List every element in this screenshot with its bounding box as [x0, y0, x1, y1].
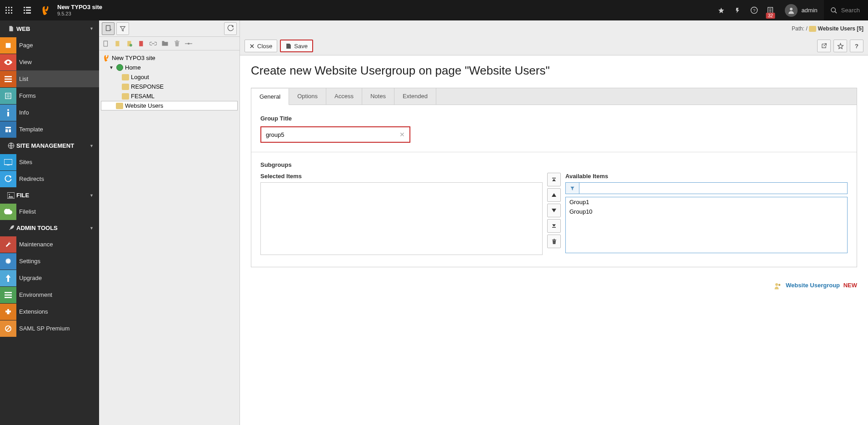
- tree-item-website-users[interactable]: Website Users: [101, 101, 238, 110]
- new-page-type2-icon[interactable]: [125, 40, 134, 48]
- svg-rect-8: [11, 12, 12, 14]
- link-icon[interactable]: [149, 40, 157, 48]
- module-item-upgrade[interactable]: Upgrade: [0, 270, 99, 286]
- global-search[interactable]: Search: [824, 0, 868, 20]
- question-icon: ?: [855, 43, 858, 50]
- module-item-extensions[interactable]: Extensions: [0, 303, 99, 320]
- available-option[interactable]: Group1: [566, 197, 847, 207]
- tree-refresh-button[interactable]: [224, 22, 237, 35]
- new-page-type3-icon[interactable]: [137, 40, 145, 48]
- remove-item-button[interactable]: [547, 235, 561, 248]
- module-item-sites[interactable]: Sites: [0, 154, 99, 170]
- module-item-filelist[interactable]: Filelist: [0, 203, 99, 220]
- svg-rect-10: [26, 7, 31, 8]
- tab-options[interactable]: Options: [289, 88, 326, 105]
- selected-items-listbox[interactable]: [260, 182, 543, 255]
- module-item-saml[interactable]: SAML SP Premium: [0, 320, 99, 337]
- module-item-settings[interactable]: Settings: [0, 253, 99, 270]
- move-down-button[interactable]: [547, 204, 561, 217]
- tree-item[interactable]: RESPONSE: [101, 82, 238, 91]
- template-icon: [0, 121, 16, 138]
- tab-access[interactable]: Access: [326, 88, 362, 105]
- transfer-arrows: [547, 173, 561, 248]
- tree-filter-button[interactable]: [116, 22, 129, 35]
- module-item-info[interactable]: Info: [0, 104, 99, 121]
- svg-rect-30: [7, 96, 10, 97]
- doc-header: Path: / Website Users [5] Close Save: [240, 20, 868, 55]
- search-placeholder: Search: [841, 7, 860, 14]
- page-tree-panel: + New TYPO3 site: [99, 20, 240, 425]
- user-menu[interactable]: admin: [778, 4, 823, 17]
- tree-item[interactable]: Logout: [101, 72, 238, 82]
- filter-icon[interactable]: [565, 182, 579, 194]
- clear-input-icon[interactable]: ✕: [398, 131, 407, 138]
- svg-text:+: +: [110, 28, 111, 32]
- bookmark-icon[interactable]: [713, 0, 729, 20]
- tab-general[interactable]: General: [251, 89, 289, 105]
- move-up-button[interactable]: [547, 188, 561, 202]
- open-new-window-button[interactable]: [817, 40, 831, 52]
- tree-home[interactable]: ▼ Home: [101, 63, 238, 72]
- new-page-type1-icon[interactable]: [114, 40, 122, 48]
- module-item-maintenance[interactable]: Maintenance: [0, 236, 99, 253]
- modules-grid-icon[interactable]: [0, 0, 18, 20]
- page-tree-action-toolbar: [99, 37, 239, 50]
- module-section-site-management[interactable]: SITE MANAGEMENT ▼: [0, 138, 99, 154]
- svg-text:?: ?: [753, 8, 756, 13]
- divider-icon[interactable]: [185, 40, 193, 48]
- help-icon[interactable]: ?: [746, 0, 762, 20]
- bookmark-button[interactable]: [833, 40, 847, 52]
- module-item-template[interactable]: Template: [0, 121, 99, 138]
- modules-list-icon[interactable]: [18, 0, 36, 20]
- svg-rect-44: [5, 297, 12, 298]
- caret-down-icon: ▼: [90, 144, 94, 148]
- module-section-file[interactable]: FILE ▼: [0, 187, 99, 203]
- svg-rect-9: [24, 7, 25, 8]
- module-item-environment[interactable]: Environment: [0, 286, 99, 303]
- scheduler-icon[interactable]: 32: [762, 0, 778, 20]
- module-item-redirects[interactable]: Redirects: [0, 170, 99, 187]
- topbar: New TYPO3 site 9.5.23 ? 32 admin Search: [0, 0, 868, 20]
- external-link-icon: [821, 43, 827, 49]
- available-option[interactable]: Group10: [566, 207, 847, 216]
- tree-root[interactable]: New TYPO3 site: [101, 53, 238, 63]
- module-item-page[interactable]: Page: [0, 37, 99, 54]
- site-version: 9.5.23: [57, 11, 102, 17]
- new-record-link[interactable]: Website Usergroup: [786, 282, 840, 289]
- context-help-button[interactable]: ?: [850, 40, 863, 52]
- tree-new-page-button[interactable]: +: [102, 22, 115, 35]
- module-item-view[interactable]: View: [0, 54, 99, 70]
- svg-point-40: [9, 194, 10, 195]
- selected-items-label: Selected Items: [260, 173, 543, 180]
- flash-icon[interactable]: [729, 0, 746, 20]
- group-title-input[interactable]: [261, 127, 398, 142]
- svg-point-55: [775, 283, 778, 286]
- module-menu: WEB ▼ Page View List Forms Info Template: [0, 20, 99, 425]
- view-icon: [0, 54, 16, 70]
- tree-item[interactable]: FESAML: [101, 91, 238, 101]
- page-tree: New TYPO3 site ▼ Home Logout RESPONSE: [99, 50, 239, 425]
- move-bottom-button[interactable]: [547, 219, 561, 233]
- typo3-logo-icon[interactable]: [36, 0, 55, 20]
- move-top-button[interactable]: [547, 173, 561, 186]
- module-item-list[interactable]: List: [0, 70, 99, 87]
- expand-icon[interactable]: ▼: [109, 65, 115, 70]
- available-items-listbox[interactable]: Group1 Group10: [565, 197, 848, 253]
- module-section-admin-tools[interactable]: ADMIN TOOLS ▼: [0, 220, 99, 236]
- save-icon: [285, 43, 291, 49]
- trash-icon[interactable]: [173, 40, 181, 48]
- available-filter-input[interactable]: [579, 182, 848, 194]
- svg-rect-5: [11, 10, 12, 11]
- tab-notes[interactable]: Notes: [362, 88, 394, 105]
- close-button[interactable]: Close: [244, 40, 277, 52]
- module-section-web[interactable]: WEB ▼: [0, 20, 99, 37]
- svg-rect-24: [6, 43, 11, 48]
- tab-extended[interactable]: Extended: [394, 88, 436, 105]
- new-page-icon[interactable]: [102, 40, 110, 48]
- save-button[interactable]: Save: [280, 40, 313, 52]
- module-item-forms[interactable]: Forms: [0, 87, 99, 104]
- folder-icon[interactable]: [161, 40, 169, 48]
- folder-icon: [122, 74, 129, 80]
- path-separator: /: [806, 25, 807, 32]
- image-icon: [5, 192, 16, 199]
